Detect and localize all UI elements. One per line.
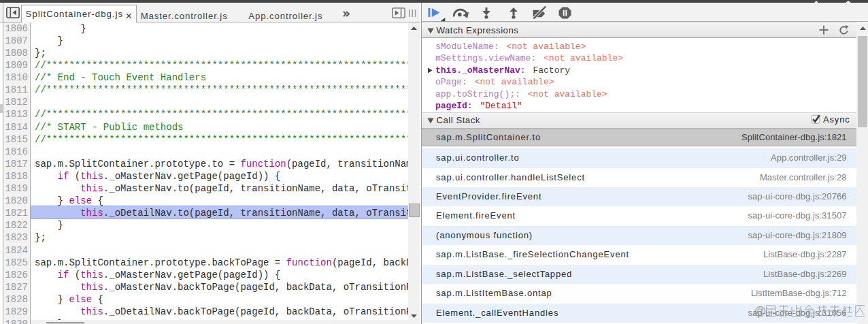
- svg-text:@: @: [754, 304, 766, 318]
